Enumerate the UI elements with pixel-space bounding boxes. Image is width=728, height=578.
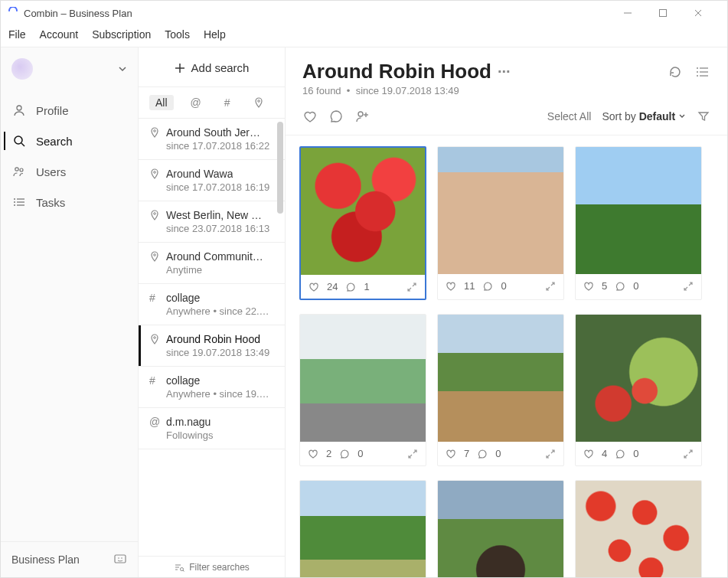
comment-icon bbox=[615, 281, 625, 292]
search-item-label: d.m.nagu bbox=[166, 416, 211, 428]
search-item-label: collage bbox=[166, 292, 200, 304]
tab-location[interactable] bbox=[247, 96, 270, 109]
tab-mention[interactable]: @ bbox=[184, 95, 207, 110]
comment-icon bbox=[615, 449, 625, 459]
comments-count: 0 bbox=[633, 280, 638, 292]
nav-users[interactable]: Users bbox=[1, 156, 138, 187]
svg-line-6 bbox=[21, 143, 24, 146]
nav-label: Search bbox=[36, 135, 73, 148]
search-item-label: Around Wawa bbox=[166, 168, 233, 180]
comment-icon bbox=[482, 281, 493, 292]
search-item[interactable]: Around Communit…Anytime bbox=[139, 243, 285, 284]
filter-searches-button[interactable]: Filter searches bbox=[139, 556, 285, 577]
post-card[interactable]: 70 bbox=[437, 314, 564, 466]
select-all-button[interactable]: Select All bbox=[547, 110, 592, 122]
expand-icon[interactable] bbox=[545, 281, 556, 292]
heart-icon bbox=[308, 449, 318, 459]
svg-point-7 bbox=[15, 168, 18, 171]
plus-icon bbox=[175, 63, 185, 73]
search-item[interactable]: Around Wawasince 17.07.2018 16:19 bbox=[139, 160, 285, 201]
follow-action-icon[interactable] bbox=[354, 109, 370, 124]
window-title: Combin – Business Plan bbox=[24, 8, 132, 19]
expand-icon[interactable] bbox=[683, 449, 694, 459]
post-card[interactable]: 40 bbox=[575, 314, 702, 466]
menu-help[interactable]: Help bbox=[204, 28, 226, 41]
search-item[interactable]: Around Robin Hoodsince 19.07.2018 13:49 bbox=[139, 325, 285, 367]
svg-point-8 bbox=[20, 168, 23, 171]
search-item-label: collage bbox=[166, 374, 200, 387]
menu-subscription[interactable]: Subscription bbox=[92, 28, 151, 41]
post-card[interactable] bbox=[299, 480, 426, 577]
comments-count: 0 bbox=[633, 448, 638, 459]
nav-tasks[interactable]: Tasks bbox=[1, 187, 138, 217]
menu-account[interactable]: Account bbox=[40, 28, 79, 41]
pin-icon bbox=[149, 168, 162, 179]
post-thumbnail bbox=[438, 147, 563, 274]
feedback-icon[interactable] bbox=[113, 553, 127, 567]
search-item[interactable]: #collageAnywhere • since 22.… bbox=[139, 284, 285, 325]
avatar bbox=[11, 58, 33, 80]
post-card[interactable]: 20 bbox=[299, 314, 426, 466]
expand-icon[interactable] bbox=[406, 282, 417, 292]
post-card[interactable] bbox=[575, 480, 702, 577]
heart-icon bbox=[446, 449, 456, 459]
mention-icon: @ bbox=[149, 416, 162, 428]
svg-point-22 bbox=[154, 171, 156, 174]
search-item[interactable]: @d.m.naguFollowings bbox=[139, 408, 285, 449]
add-search-label: Add search bbox=[191, 61, 250, 74]
search-icon bbox=[11, 133, 27, 149]
expand-icon[interactable] bbox=[683, 281, 694, 292]
page-title: Around Robin Hood ··· bbox=[302, 60, 668, 83]
search-item-label: Around South Jer… bbox=[166, 126, 260, 139]
heart-icon bbox=[446, 281, 456, 292]
more-menu-button[interactable]: ··· bbox=[498, 63, 511, 80]
list-view-button[interactable] bbox=[695, 64, 710, 80]
filter-searches-label: Filter searches bbox=[189, 562, 250, 573]
hashtag-icon: # bbox=[149, 292, 162, 304]
heart-icon bbox=[583, 449, 594, 459]
window-minimize-button[interactable] bbox=[623, 8, 645, 18]
search-item-label: West Berlin, New … bbox=[166, 209, 262, 221]
tab-all[interactable]: All bbox=[149, 95, 174, 110]
users-icon bbox=[11, 164, 27, 179]
plan-label: Business Plan bbox=[11, 554, 80, 566]
post-card[interactable]: 241 bbox=[299, 146, 426, 300]
search-item-subtitle: Anywhere • since 22.… bbox=[166, 305, 274, 317]
chevron-down-icon bbox=[118, 64, 127, 73]
post-card[interactable] bbox=[437, 480, 564, 577]
svg-point-36 bbox=[697, 75, 698, 77]
add-search-button[interactable]: Add search bbox=[139, 47, 285, 87]
expand-icon[interactable] bbox=[545, 449, 556, 459]
post-card[interactable]: 50 bbox=[575, 146, 702, 300]
pin-icon bbox=[149, 127, 162, 138]
likes-count: 11 bbox=[464, 280, 475, 292]
comments-count: 0 bbox=[501, 280, 506, 292]
post-thumbnail bbox=[300, 481, 426, 577]
scrollbar[interactable] bbox=[277, 122, 283, 214]
menu-tools[interactable]: Tools bbox=[165, 28, 190, 41]
svg-point-37 bbox=[358, 112, 363, 116]
search-item[interactable]: #collageAnywhere • since 19.… bbox=[139, 367, 285, 408]
svg-rect-1 bbox=[660, 10, 667, 17]
svg-point-35 bbox=[697, 71, 698, 73]
nav-profile[interactable]: Profile bbox=[1, 95, 138, 126]
window-close-button[interactable] bbox=[694, 8, 715, 18]
sort-button[interactable]: Sort by Default bbox=[602, 110, 686, 122]
menu-file[interactable]: File bbox=[8, 28, 26, 41]
svg-rect-15 bbox=[115, 555, 126, 563]
svg-point-4 bbox=[17, 106, 21, 110]
like-action-icon[interactable] bbox=[302, 109, 318, 124]
account-switcher[interactable] bbox=[1, 47, 138, 90]
expand-icon[interactable] bbox=[407, 449, 418, 459]
window-maximize-button[interactable] bbox=[658, 8, 680, 18]
tab-hashtag[interactable]: # bbox=[218, 95, 237, 110]
nav-search[interactable]: Search bbox=[1, 126, 138, 156]
comment-action-icon[interactable] bbox=[328, 109, 344, 124]
search-item-subtitle: Followings bbox=[166, 429, 274, 441]
search-item[interactable]: West Berlin, New …since 23.07.2018 16:13 bbox=[139, 201, 285, 243]
search-item[interactable]: Around South Jer…since 17.07.2018 16:22 bbox=[139, 119, 285, 160]
post-card[interactable]: 110 bbox=[437, 146, 564, 300]
filter-results-button[interactable] bbox=[697, 109, 710, 123]
refresh-button[interactable] bbox=[668, 64, 683, 80]
comment-icon bbox=[477, 449, 488, 459]
